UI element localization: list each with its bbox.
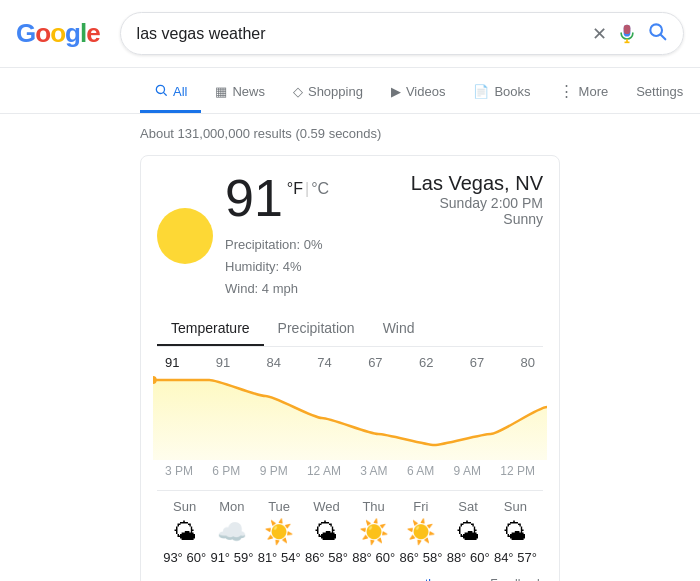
day-temps-3: 86° 58° — [305, 550, 348, 565]
forecast-sun1: Sun 🌤 93° 60° — [161, 499, 208, 565]
forecast-sun2: Sun 🌤 84° 57° — [492, 499, 539, 565]
chart-temp-labels: 91 91 84 74 67 62 67 80 — [157, 347, 543, 370]
temperature-value: 91 — [225, 172, 283, 224]
chart-temp-7: 80 — [520, 355, 534, 370]
tab-settings[interactable]: Settings — [622, 74, 697, 112]
chart-temp-6: 67 — [470, 355, 484, 370]
weather-city: Las Vegas, NV — [411, 172, 543, 195]
chart-temp-0: 91 — [165, 355, 179, 370]
day-temps-6: 88° 60° — [447, 550, 490, 565]
wind-label: Wind: 4 mph — [225, 278, 329, 300]
tab-shopping[interactable]: ◇ Shopping — [279, 74, 377, 112]
shopping-icon: ◇ — [293, 84, 303, 99]
forecast-wed: Wed 🌤 86° 58° — [303, 499, 350, 565]
day-name-3: Wed — [313, 499, 340, 514]
logo-g: G — [16, 18, 35, 49]
tab-settings-label: Settings — [636, 84, 683, 99]
forecast-thu: Thu ☀️ 88° 60° — [350, 499, 397, 565]
chart-time-4: 3 AM — [360, 464, 387, 478]
day-icon-5: ☀️ — [406, 518, 436, 546]
chart-time-0: 3 PM — [165, 464, 193, 478]
svg-line-4 — [661, 35, 666, 40]
tab-videos[interactable]: ▶ Videos — [377, 74, 460, 112]
precipitation-label: Precipitation: 0% — [225, 234, 329, 256]
sun-icon — [157, 208, 213, 264]
forecast-mon: Mon ☁️ 91° 59° — [208, 499, 255, 565]
tab-more[interactable]: ⋮ More — [545, 72, 623, 113]
header: Google ✕ — [0, 0, 700, 68]
logo-e: e — [86, 18, 99, 49]
day-temps-4: 88° 60° — [352, 550, 395, 565]
temp-units: °F | °C — [287, 180, 329, 198]
chart-time-6: 9 AM — [454, 464, 481, 478]
search-input[interactable] — [137, 25, 584, 43]
day-icon-6: 🌤 — [456, 518, 480, 546]
chart-temp-5: 62 — [419, 355, 433, 370]
chart-temp-2: 84 — [267, 355, 281, 370]
weather-right: Las Vegas, NV Sunday 2:00 PM Sunny — [411, 172, 543, 227]
mic-icon[interactable] — [617, 24, 637, 44]
weather-card: 91 °F | °C Precipitation: 0% Humidity: 4… — [140, 155, 560, 581]
logo-o1: o — [35, 18, 50, 49]
nav-right: Settings Tools — [622, 74, 700, 112]
temp-display: 91 °F | °C — [225, 172, 329, 224]
day-name-7: Sun — [504, 499, 527, 514]
tab-all[interactable]: All — [140, 73, 201, 113]
unit-sep: | — [305, 180, 309, 198]
weather-source-link[interactable]: weather.com — [403, 577, 471, 581]
tab-books-label: Books — [494, 84, 530, 99]
results-area: About 131,000,000 results (0.59 seconds)… — [0, 114, 700, 581]
svg-line-6 — [164, 92, 167, 95]
weather-tab-wind[interactable]: Wind — [369, 312, 429, 346]
google-logo: Google — [16, 18, 100, 49]
chart-time-1: 6 PM — [212, 464, 240, 478]
source-separator: · — [479, 577, 482, 581]
news-icon: ▦ — [215, 84, 227, 99]
day-name-0: Sun — [173, 499, 196, 514]
forecast-sat: Sat 🌤 88° 60° — [445, 499, 492, 565]
tab-news[interactable]: ▦ News — [201, 74, 279, 112]
weather-details: Precipitation: 0% Humidity: 4% Wind: 4 m… — [225, 224, 329, 300]
clear-icon[interactable]: ✕ — [592, 23, 607, 45]
day-temps-1: 91° 59° — [210, 550, 253, 565]
day-icon-1: ☁️ — [217, 518, 247, 546]
chart-time-2: 9 PM — [260, 464, 288, 478]
results-count: About 131,000,000 results (0.59 seconds) — [140, 126, 560, 141]
chart-time-7: 12 PM — [500, 464, 535, 478]
temp-section: 91 °F | °C Precipitation: 0% Humidity: 4… — [225, 172, 329, 300]
day-temps-2: 81° 54° — [258, 550, 301, 565]
forecast-fri: Fri ☀️ 86° 58° — [397, 499, 444, 565]
day-icon-4: ☀️ — [359, 518, 389, 546]
day-icon-3: 🌤 — [314, 518, 338, 546]
search-button[interactable] — [647, 21, 667, 46]
day-icon-0: 🌤 — [173, 518, 197, 546]
tab-books[interactable]: 📄 Books — [459, 74, 544, 112]
chart-time-5: 6 AM — [407, 464, 434, 478]
humidity-label: Humidity: 4% — [225, 256, 329, 278]
day-name-2: Tue — [268, 499, 290, 514]
weather-top: 91 °F | °C Precipitation: 0% Humidity: 4… — [157, 172, 543, 300]
weather-tab-precipitation[interactable]: Precipitation — [264, 312, 369, 346]
chart-time-3: 12 AM — [307, 464, 341, 478]
day-temps-7: 84° 57° — [494, 550, 537, 565]
videos-icon: ▶ — [391, 84, 401, 99]
chart-temp-1: 91 — [216, 355, 230, 370]
search-icons: ✕ — [592, 21, 667, 46]
unit-f[interactable]: °F — [287, 180, 303, 198]
daily-forecast: Sun 🌤 93° 60° Mon ☁️ 91° 59° Tue ☀️ 81° … — [157, 490, 543, 569]
day-temps-0: 93° 60° — [163, 550, 206, 565]
weather-condition: Sunny — [411, 211, 543, 227]
feedback-link[interactable]: Feedback — [490, 577, 543, 581]
weather-tab-temperature[interactable]: Temperature — [157, 312, 264, 346]
weather-source: weather.com · Feedback — [157, 577, 543, 581]
weather-left: 91 °F | °C Precipitation: 0% Humidity: 4… — [157, 172, 329, 300]
search-bar[interactable]: ✕ — [120, 12, 684, 55]
unit-c[interactable]: °C — [311, 180, 329, 198]
books-icon: 📄 — [473, 84, 489, 99]
chart-temp-4: 67 — [368, 355, 382, 370]
tab-news-label: News — [232, 84, 265, 99]
tab-all-label: All — [173, 84, 187, 99]
day-icon-2: ☀️ — [264, 518, 294, 546]
day-temps-5: 86° 58° — [399, 550, 442, 565]
tab-more-label: More — [579, 84, 609, 99]
